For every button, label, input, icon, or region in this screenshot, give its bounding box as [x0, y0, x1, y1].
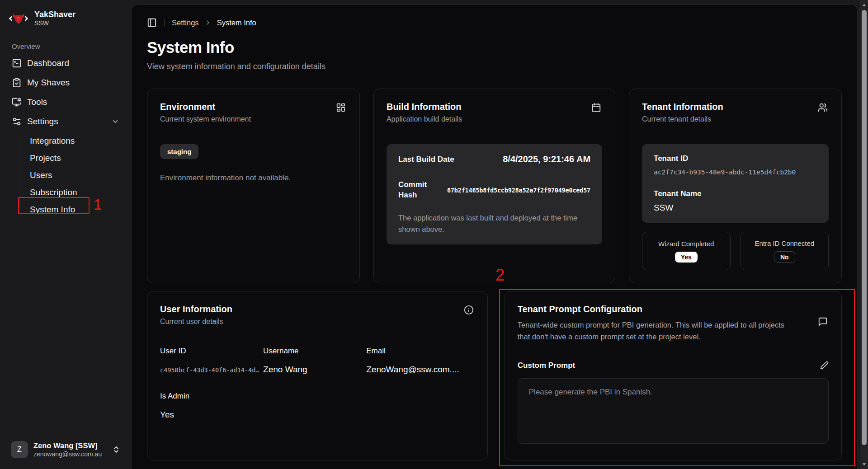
scrollbar-down-arrow-icon[interactable]	[860, 460, 868, 468]
last-build-date-label: Last Build Date	[398, 155, 454, 164]
sidebar-item-my-shaves[interactable]: My Shaves	[6, 74, 125, 91]
settings-subnav: Integrations Projects Users Subscription…	[20, 132, 125, 218]
user-name: Zeno Wang [SSW]	[33, 441, 102, 450]
sidebar-item-label: Dashboard	[27, 58, 69, 68]
build-note: The application was last built and deplo…	[398, 212, 590, 235]
sidebar-item-label: My Shaves	[27, 78, 70, 88]
sidebar-item-label: Projects	[30, 153, 61, 163]
cards-row-1: Environment Current system environment s…	[147, 89, 842, 279]
breadcrumb: Settings System Info	[172, 19, 256, 27]
avatar: Z	[11, 441, 28, 458]
app-subtitle: SSW	[34, 19, 75, 27]
username-field: Username Zeno Wang	[263, 347, 366, 375]
tenant-prompt-configuration-card: Tenant Prompt Configuration Tenant-wide …	[505, 291, 842, 460]
user-id-field: User ID c4958bcf-43d3-40f6-ad14-4d…	[160, 347, 263, 375]
main-panel: Settings System Info System Info View sy…	[131, 5, 858, 469]
entra-id-connected-badge: No	[774, 251, 795, 263]
wizard-completed-box: Wizard Completed Yes	[642, 232, 730, 270]
card-subtitle: Current system environment	[160, 115, 347, 123]
sidebar-item-label: Settings	[27, 117, 58, 127]
wizard-completed-badge: Yes	[675, 252, 698, 263]
chevrons-up-down-icon	[112, 446, 120, 454]
tenant-name-value: SSW	[654, 203, 817, 213]
sidebar-item-tools[interactable]: Tools	[6, 94, 125, 111]
tenant-id-label: Tenant ID	[654, 154, 817, 163]
tenant-id-value: ac2f7c34-b935-48e9-abdc-11e5d4fcb2b0	[654, 169, 817, 176]
wizard-completed-label: Wizard Completed	[658, 240, 714, 248]
sidebar-item-settings[interactable]: Settings	[6, 113, 125, 130]
vertical-scrollbar[interactable]	[860, 0, 868, 469]
environment-card: Environment Current system environment s…	[147, 89, 360, 283]
users-icon	[818, 103, 828, 113]
card-subtitle: Application build details	[387, 115, 602, 123]
is-admin-field: Is Admin Yes	[160, 392, 263, 420]
user-email: zenowang@ssw.com.au	[33, 450, 102, 459]
chevron-right-icon	[204, 19, 212, 26]
cards-row-2: User Information Current user details Us…	[147, 291, 842, 460]
field-label: Is Admin	[160, 392, 263, 401]
field-value: Zeno Wang	[263, 365, 366, 375]
card-title: Build Information	[387, 102, 602, 112]
app-screen: YakShaver SSW Overview Dashboard My Shav…	[0, 0, 868, 469]
breadcrumb-current: System Info	[217, 19, 256, 27]
sidebar-nav: Dashboard My Shaves Tools	[6, 55, 125, 218]
sidebar-item-users[interactable]: Users	[26, 167, 125, 184]
square-terminal-icon	[12, 58, 22, 68]
environment-empty-text: Environment information not available.	[160, 174, 347, 183]
tenant-information-card: Tenant Information Current tenant detail…	[629, 89, 842, 283]
tenant-name-label: Tenant Name	[654, 189, 817, 198]
card-title: Environment	[160, 102, 347, 112]
page-title: System Info	[147, 38, 842, 56]
calendar-icon	[591, 103, 601, 113]
yakshaver-bull-icon	[8, 8, 29, 29]
info-icon	[464, 305, 474, 315]
field-value: Yes	[160, 410, 263, 420]
sidebar: YakShaver SSW Overview Dashboard My Shav…	[0, 0, 131, 469]
sidebar-item-dashboard[interactable]: Dashboard	[6, 55, 125, 72]
app-logo: YakShaver SSW	[6, 6, 125, 33]
field-value: ZenoWang@ssw.com....	[366, 365, 475, 375]
sidebar-item-label: System Info	[30, 205, 75, 215]
commit-hash-label: Commit Hash	[398, 180, 440, 201]
build-details-box: Last Build Date 8/4/2025, 9:21:46 AM Com…	[387, 144, 602, 244]
card-title: Tenant Information	[642, 102, 829, 112]
sidebar-item-system-info[interactable]: System Info	[26, 201, 125, 218]
environment-badge: staging	[160, 144, 198, 159]
user-information-card: User Information Current user details Us…	[147, 291, 488, 460]
last-build-date-value: 8/4/2025, 9:21:46 AM	[503, 154, 590, 164]
card-subtitle: Current tenant details	[642, 115, 829, 123]
sidebar-item-label: Users	[30, 170, 52, 180]
custom-prompt-textarea[interactable]	[518, 378, 829, 444]
topbar-divider	[164, 19, 165, 27]
entra-id-connected-box: Entra ID Connected No	[741, 232, 829, 270]
field-label: Username	[263, 347, 366, 356]
card-subtitle: Current user details	[160, 318, 475, 326]
tenant-details-box: Tenant ID ac2f7c34-b935-48e9-abdc-11e5d4…	[642, 144, 829, 223]
pencil-edit-icon[interactable]	[820, 361, 829, 370]
card-title: Tenant Prompt Configuration	[518, 304, 829, 314]
scrollbar-thumb[interactable]	[862, 10, 867, 445]
field-label: Email	[366, 347, 475, 356]
sidebar-user-menu[interactable]: Z Zeno Wang [SSW] zenowang@ssw.com.au	[6, 437, 125, 462]
chevron-down-icon	[111, 117, 119, 126]
field-label: User ID	[160, 347, 263, 356]
commit-hash-value: 67b2f1465b8fd5ccb928a52a7f2f97049e0ced57	[447, 187, 590, 194]
sidebar-toggle-icon[interactable]	[147, 18, 157, 28]
sliders-icon	[12, 117, 22, 127]
scrollbar-up-arrow-icon[interactable]	[860, 1, 868, 9]
breadcrumb-settings[interactable]: Settings	[172, 19, 199, 27]
monitor-cog-icon	[12, 97, 22, 107]
sidebar-item-label: Tools	[27, 97, 47, 107]
entra-id-connected-label: Entra ID Connected	[755, 239, 814, 247]
sidebar-item-integrations[interactable]: Integrations	[26, 132, 125, 150]
layout-dashboard-icon	[336, 103, 346, 113]
sidebar-item-projects[interactable]: Projects	[26, 150, 125, 167]
build-information-card: Build Information Application build deta…	[373, 89, 615, 283]
sidebar-item-label: Subscription	[30, 188, 77, 197]
sidebar-item-label: Integrations	[30, 136, 75, 146]
topbar: Settings System Info	[147, 17, 842, 28]
page-subtitle: View system information and configuratio…	[147, 62, 842, 71]
card-title: User Information	[160, 304, 475, 314]
sidebar-item-subscription[interactable]: Subscription	[26, 184, 125, 201]
app-name: YakShaver	[34, 10, 75, 19]
